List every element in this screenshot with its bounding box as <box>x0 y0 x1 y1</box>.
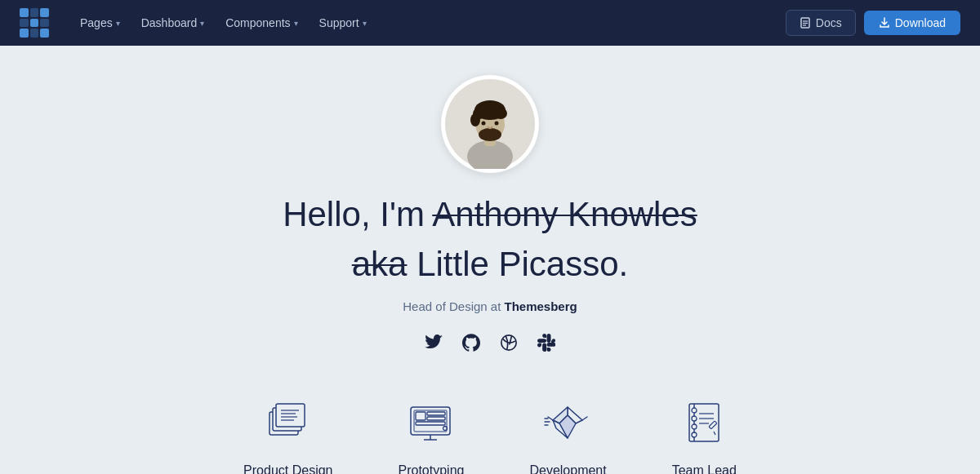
team-lead-label: Team Lead <box>672 463 737 474</box>
development-label: Development <box>529 463 606 474</box>
hero-heading-line2: aka Little Picasso. <box>352 242 629 287</box>
logo-icon[interactable] <box>20 8 49 38</box>
svg-line-36 <box>548 417 553 420</box>
svg-line-37 <box>582 417 587 420</box>
development-icon <box>540 395 597 452</box>
navbar-right: Docs Download <box>786 10 960 36</box>
docs-button[interactable]: Docs <box>786 10 856 36</box>
social-icons <box>422 331 558 354</box>
download-icon <box>879 17 890 29</box>
github-icon[interactable] <box>460 331 483 354</box>
nav-pages[interactable]: Pages ▾ <box>72 11 128 34</box>
chevron-down-icon: ▾ <box>294 19 298 28</box>
skill-development: Development <box>529 395 606 474</box>
subtitle: Head of Design at Themesberg <box>403 299 577 313</box>
skill-product-design: Product Design <box>243 395 332 474</box>
avatar-image <box>445 79 535 169</box>
navbar-left: Pages ▾ Dashboard ▾ Components ▾ Support… <box>20 8 375 38</box>
slack-icon[interactable] <box>535 331 558 354</box>
svg-point-43 <box>692 408 697 413</box>
skill-team-lead: Team Lead <box>672 395 737 474</box>
docs-icon <box>800 17 811 29</box>
svg-point-44 <box>692 416 697 421</box>
team-lead-icon <box>675 395 733 452</box>
svg-point-10 <box>494 108 507 119</box>
navbar: Pages ▾ Dashboard ▾ Components ▾ Support… <box>0 0 980 46</box>
svg-point-45 <box>692 424 697 429</box>
hero-heading: Hello, I'm Anthony Knowles <box>283 193 697 237</box>
nav-links: Pages ▾ Dashboard ▾ Components ▾ Support… <box>72 11 375 34</box>
svg-point-13 <box>482 122 486 126</box>
chevron-down-icon: ▾ <box>200 19 204 28</box>
nav-support[interactable]: Support ▾ <box>311 11 375 34</box>
hero-name: Anthony Knowles <box>432 195 697 233</box>
svg-point-14 <box>495 122 499 126</box>
svg-point-46 <box>692 432 697 437</box>
chevron-down-icon: ▾ <box>116 19 120 28</box>
svg-point-11 <box>470 113 480 126</box>
skill-prototyping: Prototyping <box>399 395 465 474</box>
avatar <box>441 75 539 173</box>
chevron-down-icon: ▾ <box>363 19 367 28</box>
nav-components[interactable]: Components ▾ <box>217 11 305 34</box>
product-design-icon <box>260 395 317 452</box>
prototyping-icon <box>403 395 460 452</box>
skills-section: Product Design <box>211 395 769 474</box>
prototyping-label: Prototyping <box>399 463 465 474</box>
svg-rect-18 <box>276 404 305 427</box>
product-design-label: Product Design <box>243 463 332 474</box>
main-content: Hello, I'm Anthony Knowles aka Little Pi… <box>0 46 980 474</box>
nav-dashboard[interactable]: Dashboard ▾ <box>133 11 213 34</box>
dribbble-icon[interactable] <box>497 331 520 354</box>
svg-point-12 <box>479 128 501 141</box>
twitter-icon[interactable] <box>422 331 445 354</box>
aka-text: aka <box>352 245 408 283</box>
download-button[interactable]: Download <box>864 11 960 35</box>
